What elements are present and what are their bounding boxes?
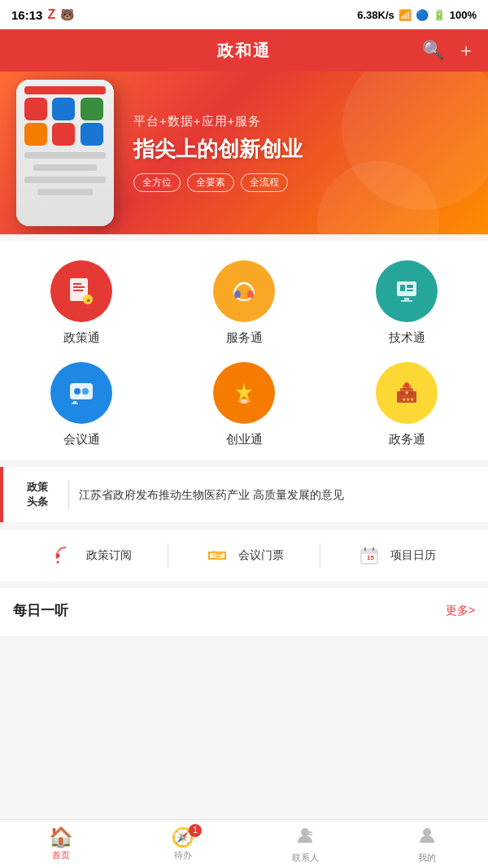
phone-icon-grid xyxy=(24,98,107,146)
subscribe-label: 政策订阅 xyxy=(86,548,132,563)
svg-point-16 xyxy=(82,388,89,395)
icon-label-service: 服务通 xyxy=(226,330,263,346)
status-right: 6.38K/s 📶 🔵 🔋 100% xyxy=(357,9,477,21)
nav-todo[interactable]: 🧭 1 待办 xyxy=(122,820,244,868)
svg-rect-9 xyxy=(400,285,405,291)
daily-more[interactable]: 更多> xyxy=(446,604,475,618)
svg-rect-2 xyxy=(73,286,85,288)
signal-icon: 📶 xyxy=(399,9,412,21)
contacts-icon xyxy=(294,825,316,849)
nav-contacts[interactable]: 联系人 xyxy=(244,820,366,868)
phone-text-line3 xyxy=(24,177,107,183)
news-divider xyxy=(68,480,69,509)
icon-item-affairs[interactable]: ★★★ ★ 政务通 xyxy=(333,362,480,447)
quick-link-calendar[interactable]: 15 项目日历 xyxy=(320,543,472,569)
app-title: 政和通 xyxy=(217,40,271,62)
nav-todo-label: 待办 xyxy=(174,849,192,861)
svg-rect-12 xyxy=(404,298,409,300)
phone-icon-6 xyxy=(81,123,103,146)
icon-item-tech[interactable]: 技术通 xyxy=(333,260,480,346)
news-text: 江苏省政府发布推动生物医药产业 高质量发展的意见 xyxy=(79,486,475,504)
add-icon[interactable]: ＋ xyxy=(457,38,475,63)
svg-rect-20 xyxy=(241,399,247,403)
daily-header: 每日一听 更多> xyxy=(13,601,475,620)
status-time: 16:13 xyxy=(11,8,42,22)
icon-label-meeting: 会议通 xyxy=(63,432,100,447)
icon-affairs: ★★★ ★ xyxy=(376,362,438,424)
calendar-icon: 15 xyxy=(356,543,382,569)
icon-label-startup: 创业通 xyxy=(226,432,263,447)
mine-icon xyxy=(416,825,438,849)
svg-point-28 xyxy=(57,561,59,564)
svg-point-15 xyxy=(74,388,81,395)
ticket-icon xyxy=(204,543,230,569)
icon-meeting xyxy=(50,362,112,424)
phone-icon-1 xyxy=(24,98,47,120)
banner-tag-1: 全要素 xyxy=(187,173,234,192)
status-z-icon: Z xyxy=(47,7,55,22)
phone-text-line1 xyxy=(24,152,107,159)
status-icon2: 🐻 xyxy=(60,8,74,21)
svg-rect-1 xyxy=(73,283,81,285)
icon-label-tech: 技术通 xyxy=(389,330,425,346)
svg-rect-3 xyxy=(73,290,83,291)
app-header: 政和通 🔍 ＋ xyxy=(0,29,488,72)
daily-title: 每日一听 xyxy=(13,601,68,620)
nav-contacts-label: 联系人 xyxy=(292,852,319,864)
phone-screen xyxy=(16,80,114,226)
icon-label-affairs: 政务通 xyxy=(389,432,425,447)
ticket-label: 会议门票 xyxy=(238,548,284,563)
phone-text-line2 xyxy=(33,164,97,171)
phone-icon-3 xyxy=(81,98,103,120)
phone-icon-4 xyxy=(24,123,47,146)
icon-tech xyxy=(376,260,438,322)
banner-tag-0: 全方位 xyxy=(133,173,181,192)
icon-service xyxy=(213,260,275,322)
svg-rect-13 xyxy=(401,300,412,302)
nav-home-label: 首页 xyxy=(52,849,70,861)
status-left: 16:13 Z 🐻 xyxy=(11,7,74,22)
banner-tag-2: 全流程 xyxy=(241,173,288,192)
icon-item-policy[interactable]: ★ 政策通 xyxy=(8,260,155,346)
banner[interactable]: 平台+数据+应用+服务 指尖上的创新创业 全方位 全要素 全流程 xyxy=(0,72,488,234)
header-actions: 🔍 ＋ xyxy=(422,38,475,63)
phone-icon-5 xyxy=(52,123,75,146)
nav-mine-label: 我的 xyxy=(418,852,436,864)
status-bar: 16:13 Z 🐻 6.38K/s 📶 🔵 🔋 100% xyxy=(0,0,488,29)
svg-point-18 xyxy=(81,395,83,398)
nav-mine[interactable]: 我的 xyxy=(366,820,488,868)
icon-item-service[interactable]: 服务通 xyxy=(171,260,317,346)
banner-phone xyxy=(16,80,114,226)
icon-grid: ★ 政策通 服务通 xyxy=(0,241,488,460)
icon-label-policy: 政策通 xyxy=(63,330,100,346)
todo-badge-wrapper: 🧭 1 xyxy=(171,827,195,847)
icon-item-meeting[interactable]: 会议通 xyxy=(8,362,155,447)
news-section[interactable]: 政策头条 江苏省政府发布推动生物医药产业 高质量发展的意见 xyxy=(0,467,488,522)
icon-startup xyxy=(213,362,275,424)
svg-point-7 xyxy=(247,290,254,299)
nav-home[interactable]: 🏠 首页 xyxy=(0,820,122,868)
phone-text-line4 xyxy=(37,189,92,195)
svg-rect-8 xyxy=(397,281,416,296)
icon-item-startup[interactable]: 创业通 xyxy=(171,362,317,447)
quick-links: 政策订阅 会议门票 15 xyxy=(0,529,488,582)
svg-point-35 xyxy=(301,828,309,836)
search-icon[interactable]: 🔍 xyxy=(422,40,444,61)
bluetooth-icon: 🔵 xyxy=(416,9,429,21)
svg-text:★★★: ★★★ xyxy=(402,397,414,402)
battery-percent: 100% xyxy=(450,9,477,21)
daily-section: 每日一听 更多> xyxy=(0,588,488,636)
calendar-label: 项目日历 xyxy=(390,548,436,563)
svg-text:★: ★ xyxy=(85,297,91,304)
icon-policy: ★ xyxy=(50,260,112,322)
quick-link-subscribe[interactable]: 政策订阅 xyxy=(16,543,168,569)
network-speed: 6.38K/s xyxy=(357,9,394,21)
phone-header-bar xyxy=(24,86,107,94)
battery-icon: 🔋 xyxy=(433,9,446,21)
todo-badge: 1 xyxy=(189,824,202,837)
svg-rect-11 xyxy=(407,290,413,291)
svg-text:★: ★ xyxy=(404,390,409,395)
bottom-nav: 🏠 首页 🧭 1 待办 联系人 我的 xyxy=(0,819,488,868)
phone-icon-2 xyxy=(52,98,75,120)
quick-link-ticket[interactable]: 会议门票 xyxy=(168,543,320,569)
